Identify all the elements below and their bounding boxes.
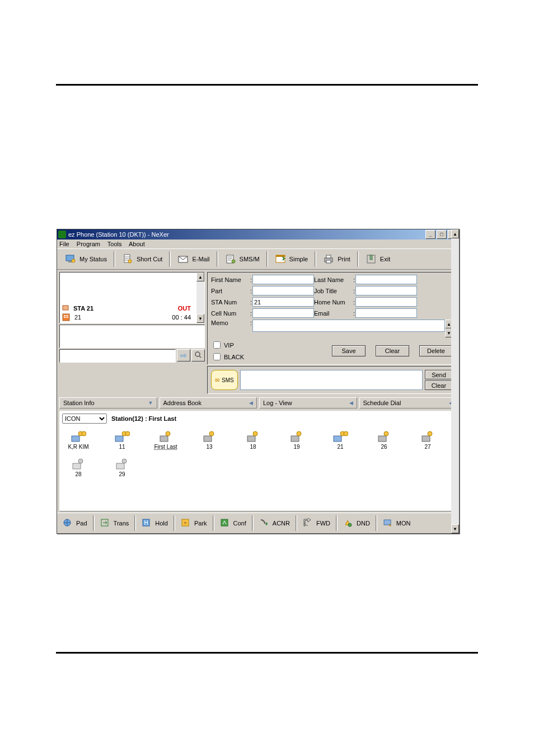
- svg-rect-18: [65, 315, 67, 316]
- station-item[interactable]: 18: [239, 430, 267, 450]
- transfer-icon: [100, 518, 110, 528]
- scroll-up-button[interactable]: ▲: [196, 273, 204, 281]
- svg-rect-45: [73, 463, 81, 469]
- station-item[interactable]: 29: [108, 458, 136, 477]
- conf-icon: [220, 518, 230, 528]
- window-icon: [275, 253, 286, 265]
- secondary-scrollbar[interactable]: ▲ ▼: [451, 229, 459, 533]
- home-num-label: Home Num: [314, 299, 353, 306]
- tab-station-info[interactable]: Station Info▼: [59, 397, 157, 408]
- print-label: Print: [338, 256, 350, 262]
- tab-schedule-dial[interactable]: Schedule Dial◀: [359, 397, 457, 408]
- svg-rect-1: [68, 261, 72, 262]
- call-list-scrollbar[interactable]: ▲ ▼: [196, 273, 204, 323]
- station-item[interactable]: 21: [326, 430, 354, 450]
- fwd-icon: [303, 518, 313, 528]
- svg-point-48: [122, 459, 127, 463]
- last-name-field[interactable]: [355, 275, 417, 284]
- svg-rect-15: [63, 306, 68, 310]
- delete-button[interactable]: Delete: [419, 345, 453, 356]
- fwd-button[interactable]: FWD: [298, 518, 335, 528]
- park-button[interactable]: + Park: [176, 518, 212, 528]
- clear-button[interactable]: Clear: [376, 345, 409, 356]
- save-button[interactable]: Save: [332, 345, 366, 356]
- park-icon: +: [181, 518, 191, 528]
- my-status-button[interactable]: My Status: [59, 252, 113, 266]
- station-item[interactable]: 28: [64, 458, 92, 477]
- phone-icon: [376, 430, 392, 443]
- scroll-down-button[interactable]: ▼: [451, 524, 459, 533]
- svg-rect-11: [326, 255, 331, 258]
- sms-clear-button[interactable]: Clear: [425, 381, 453, 390]
- first-name-field[interactable]: [252, 275, 314, 284]
- mon-button[interactable]: MON: [378, 518, 415, 528]
- memo-field[interactable]: [252, 320, 445, 332]
- home-num-field[interactable]: [355, 297, 417, 307]
- email-button[interactable]: E-Mail: [172, 252, 215, 266]
- part-field[interactable]: [252, 286, 314, 295]
- email-field[interactable]: [355, 308, 417, 318]
- menu-file[interactable]: File: [59, 241, 69, 247]
- keypad-icon: [62, 313, 70, 321]
- station-item[interactable]: 13: [195, 430, 223, 450]
- hold-button[interactable]: H Hold: [137, 518, 172, 528]
- conf-button[interactable]: Conf: [216, 518, 251, 528]
- scroll-up-button[interactable]: ▲: [451, 229, 459, 238]
- menu-about[interactable]: About: [129, 241, 145, 247]
- job-title-field[interactable]: [355, 286, 417, 295]
- svg-point-37: [297, 431, 301, 436]
- svg-rect-57: [384, 520, 391, 525]
- dnd-button[interactable]: DND: [339, 518, 374, 528]
- simple-button[interactable]: Simple: [269, 252, 314, 266]
- app-icon: [58, 231, 66, 238]
- envelope-icon: [177, 253, 189, 265]
- vip-checkbox[interactable]: VIP: [211, 340, 244, 350]
- black-checkbox[interactable]: BLACK: [211, 351, 244, 362]
- svg-point-23: [195, 352, 200, 356]
- menu-tools[interactable]: Tools: [107, 241, 122, 247]
- svg-point-31: [166, 431, 170, 436]
- svg-rect-17: [64, 315, 65, 316]
- print-button[interactable]: Print: [317, 252, 356, 266]
- tab-log-view[interactable]: Log - View◀: [259, 397, 357, 408]
- maximize-button[interactable]: □: [437, 230, 447, 239]
- search-button[interactable]: [191, 349, 205, 361]
- acnr-button[interactable]: ACNR: [255, 518, 294, 528]
- go-button[interactable]: ⇨: [177, 349, 190, 361]
- svg-rect-41: [378, 436, 386, 442]
- smsm-button[interactable]: SMS/M: [219, 252, 265, 266]
- station-item[interactable]: K,R KIM: [64, 430, 92, 450]
- station-item[interactable]: First Last: [152, 430, 180, 450]
- dnd-icon: [343, 518, 353, 528]
- pad-button[interactable]: Pad: [58, 518, 92, 528]
- minimize-button[interactable]: _: [425, 230, 435, 239]
- svg-rect-30: [160, 436, 168, 442]
- chevron-left-icon: ◀: [349, 400, 353, 406]
- phone-icon: [71, 430, 86, 443]
- shortcut-button[interactable]: Short Cut: [116, 252, 168, 266]
- view-mode-select[interactable]: ICON: [62, 414, 107, 424]
- search-input[interactable]: [59, 349, 176, 363]
- menubar: File Program Tools About: [57, 240, 459, 248]
- scroll-down-button[interactable]: ▼: [196, 314, 204, 323]
- sms-send-button[interactable]: Send: [425, 370, 453, 379]
- station-area: ICON Station(12) : First Last K,R KIM 11…: [59, 411, 457, 511]
- sms-icon: [225, 253, 236, 265]
- trans-button[interactable]: Trans: [96, 518, 134, 528]
- monitor-icon: [65, 253, 76, 265]
- call-status: OUT: [178, 305, 191, 312]
- cell-num-field[interactable]: [252, 308, 314, 318]
- svg-text:H: H: [144, 520, 148, 526]
- station-item[interactable]: 19: [283, 430, 311, 450]
- station-item[interactable]: 26: [370, 430, 398, 450]
- sta-num-field[interactable]: [252, 297, 314, 307]
- station-item[interactable]: 11: [108, 430, 136, 450]
- secondary-list: ▲ ▼: [59, 325, 205, 348]
- svg-rect-22: [67, 317, 68, 318]
- station-item[interactable]: 27: [414, 430, 442, 450]
- tab-address-book[interactable]: Address Book◀: [160, 397, 257, 408]
- exit-button[interactable]: Exit: [360, 252, 396, 266]
- sms-input[interactable]: [240, 370, 423, 390]
- svg-rect-12: [326, 260, 331, 263]
- menu-program[interactable]: Program: [77, 241, 100, 247]
